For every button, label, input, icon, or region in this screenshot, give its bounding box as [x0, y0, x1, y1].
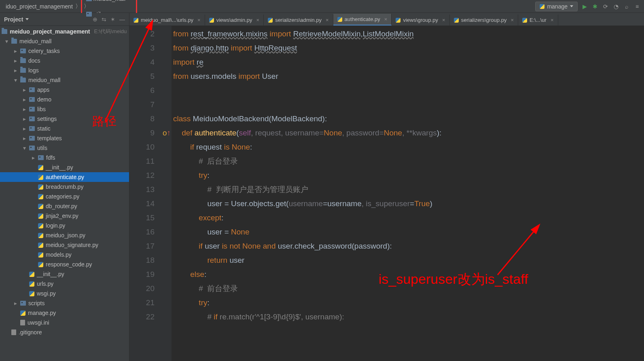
tree-node[interactable]: categories.py — [0, 192, 129, 201]
tree-node[interactable]: db_router.py — [0, 201, 129, 211]
tree-node[interactable]: ▸logs — [0, 65, 129, 75]
chevron-icon[interactable]: ▸ — [31, 154, 36, 161]
editor-tab[interactable]: meiduo_mall\...\urls.py× — [129, 15, 205, 25]
project-title[interactable]: Project — [4, 16, 23, 23]
close-icon[interactable]: × — [384, 16, 388, 22]
tree-node[interactable]: ▾meiduo_mall — [0, 36, 129, 46]
tree-node[interactable]: models.py — [0, 250, 129, 260]
code-content[interactable]: from rest_framework.mixins import Retrie… — [172, 26, 644, 361]
profiler-icon[interactable]: ◔ — [612, 3, 620, 10]
editor-tab[interactable]: serializers\group.py× — [450, 15, 518, 25]
tree-node[interactable]: ▸scripts — [0, 298, 129, 308]
tree-node[interactable]: uwsgi.ini — [0, 318, 129, 327]
gear-icon[interactable]: ✶ — [110, 16, 115, 23]
tree-label: docs — [28, 57, 40, 64]
chevron-down-icon — [570, 5, 573, 7]
code-editor[interactable]: 2345678910111213141516171819202122 o↑ fr… — [129, 26, 644, 361]
chevron-icon[interactable]: ▸ — [22, 87, 27, 93]
close-icon[interactable]: × — [511, 17, 514, 23]
tree-node[interactable]: ▾meiduo_mall — [0, 75, 129, 85]
tree-label: .gitignore — [19, 329, 42, 336]
chevron-down-icon[interactable] — [25, 18, 29, 20]
folder-icon — [11, 39, 17, 44]
chevron-icon[interactable]: ▸ — [13, 48, 18, 54]
crumb-part[interactable]: meiduo_mall — [84, 0, 134, 3]
tree-label: breadcrumb.py — [46, 184, 83, 190]
tree-node[interactable]: __init__.py — [0, 269, 129, 279]
close-icon[interactable]: × — [197, 17, 201, 23]
tree-label: uwsgi.ini — [28, 319, 49, 326]
search-icon[interactable]: ⌕ — [623, 3, 630, 10]
tree-label: logs — [28, 67, 39, 74]
collapse-icon[interactable]: — — [119, 16, 125, 23]
tree-node[interactable]: ▸docs — [0, 56, 129, 65]
tree-node[interactable]: urls.py — [0, 279, 129, 289]
file-icon — [20, 320, 25, 325]
tree-node[interactable]: ▸templates — [0, 133, 129, 143]
chevron-icon[interactable]: ▸ — [22, 135, 27, 141]
tree-label: response_code.py — [46, 261, 92, 268]
tree-label: static — [37, 125, 51, 132]
project-tree[interactable]: meiduo_project_management E:\代码\meidu ▾m… — [0, 26, 129, 337]
crumb-root[interactable]: iduo_project_management — [3, 2, 75, 11]
project-root[interactable]: meiduo_project_management E:\代码\meidu — [0, 27, 129, 36]
chevron-icon[interactable]: ▾ — [13, 77, 18, 83]
debug-icon[interactable]: ✱ — [591, 3, 599, 10]
tab-label: serializers\admin.py — [275, 17, 322, 23]
close-icon[interactable]: × — [442, 17, 445, 23]
editor-tab[interactable]: views\group.py× — [392, 15, 449, 25]
run-icon[interactable]: ▶ — [581, 3, 588, 10]
chevron-icon[interactable]: ▸ — [22, 125, 27, 132]
close-icon[interactable]: × — [326, 17, 329, 23]
tree-node[interactable]: ▸libs — [0, 104, 129, 114]
expand-icon[interactable]: ⇆ — [102, 16, 106, 23]
python-icon — [454, 18, 459, 23]
chevron-icon[interactable]: ▾ — [4, 38, 9, 44]
editor-tab[interactable]: serializers\admin.py× — [264, 15, 333, 25]
tree-node[interactable]: response_code.py — [0, 260, 129, 269]
tree-node[interactable]: breadcrumb.py — [0, 182, 129, 192]
tree-node[interactable]: .gitignore — [0, 327, 129, 337]
tree-node[interactable]: jinja2_env.py — [0, 211, 129, 221]
breadcrumb-bar: iduo_project_management 〉 meiduo_mall 〉 … — [0, 0, 644, 13]
tree-node[interactable]: ▸static — [0, 124, 129, 133]
folder-icon — [2, 29, 7, 34]
close-icon[interactable]: × — [551, 17, 554, 23]
tree-node[interactable]: authenticate.py — [0, 172, 129, 182]
tree-node[interactable]: meiduo_signature.py — [0, 240, 129, 250]
chevron-icon[interactable]: ▸ — [22, 116, 27, 122]
more-icon[interactable]: ≡ — [633, 3, 641, 10]
chevron-icon[interactable]: ▸ — [13, 67, 18, 74]
target-icon[interactable]: ⊕ — [93, 16, 97, 23]
tree-node[interactable]: meiduo_json.py — [0, 230, 129, 240]
tree-node[interactable]: wsgi.py — [0, 289, 129, 298]
editor-tab[interactable]: views\admin.py× — [205, 15, 264, 25]
tab-label: serializers\group.py — [461, 17, 507, 23]
chevron-icon[interactable]: ▸ — [22, 96, 27, 103]
tree-node[interactable]: ▸celery_tasks — [0, 46, 129, 56]
chevron-icon[interactable]: ▸ — [22, 106, 27, 112]
tree-node[interactable]: __init__.py — [0, 163, 129, 172]
run-config-selector[interactable]: manage — [535, 2, 578, 11]
editor-tab[interactable]: E:\...\ur× — [518, 15, 558, 25]
tree-node[interactable]: ▸demo — [0, 95, 129, 104]
close-icon[interactable]: × — [256, 17, 260, 23]
python-icon — [209, 18, 214, 23]
tree-label: categories.py — [46, 193, 79, 200]
tree-node[interactable]: manage.py — [0, 308, 129, 318]
tree-node[interactable]: ▸fdfs — [0, 153, 129, 163]
python-icon — [20, 310, 25, 316]
tree-node[interactable]: login.py — [0, 221, 129, 230]
tree-node[interactable]: ▸apps — [0, 85, 129, 95]
run-with-coverage-icon[interactable]: ⟳ — [602, 3, 609, 10]
package-icon — [20, 49, 26, 53]
chevron-icon[interactable]: ▸ — [13, 57, 18, 64]
python-icon — [38, 194, 43, 199]
chevron-icon[interactable]: ▾ — [22, 145, 27, 151]
python-icon — [29, 291, 34, 296]
editor-tab[interactable]: authenticate.py× — [333, 14, 392, 25]
tree-node[interactable]: ▸settings — [0, 114, 129, 124]
editor-tabs: meiduo_mall\...\urls.py×views\admin.py×s… — [129, 13, 644, 26]
tree-node[interactable]: ▾utils — [0, 143, 129, 153]
chevron-icon[interactable]: ▸ — [13, 300, 18, 306]
